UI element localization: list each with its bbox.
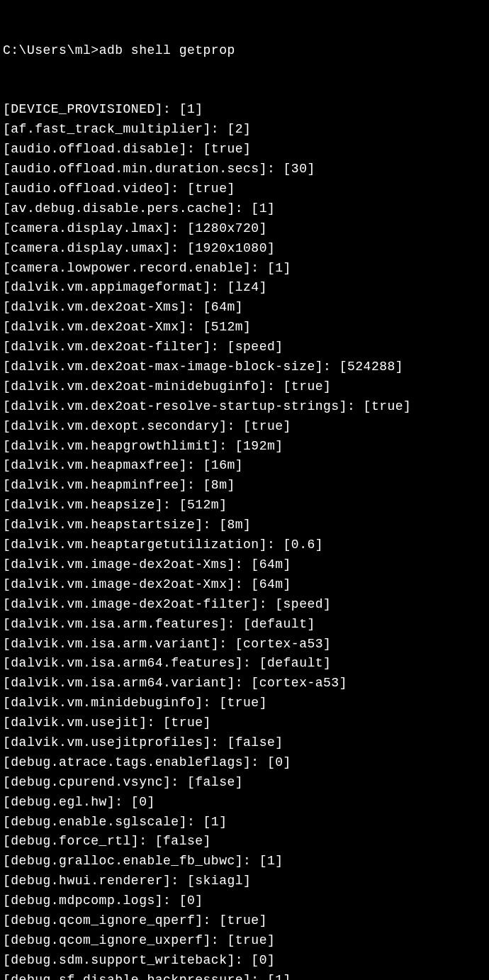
prop-line: [DEVICE_PROVISIONED]: [1] [3,100,486,120]
prop-line: [dalvik.vm.heapgrowthlimit]: [192m] [3,437,486,457]
prop-line: [debug.enable.sglscale]: [1] [3,813,486,833]
prop-line: [debug.mdpcomp.logs]: [0] [3,891,486,911]
prop-line: [dalvik.vm.usejit]: [true] [3,713,486,733]
prop-line: [debug.sf.disable_backpressure]: [1] [3,971,486,980]
command-line: C:\Users\ml>adb shell getprop [3,41,486,61]
prop-line: [dalvik.vm.image-dex2oat-filter]: [speed… [3,595,486,615]
prop-line: [camera.lowpower.record.enable]: [1] [3,259,486,279]
prop-line: [dalvik.vm.minidebuginfo]: [true] [3,694,486,713]
prop-line: [audio.offload.disable]: [true] [3,140,486,160]
prop-line: [dalvik.vm.heapsize]: [512m] [3,496,486,516]
prop-line: [dalvik.vm.image-dex2oat-Xms]: [64m] [3,555,486,575]
prop-line: [dalvik.vm.dexopt.secondary]: [true] [3,417,486,437]
prop-line: [av.debug.disable.pers.cache]: [1] [3,199,486,219]
terminal-output[interactable]: C:\Users\ml>adb shell getprop [DEVICE_PR… [0,0,489,980]
prop-line: [audio.offload.min.duration.secs]: [30] [3,160,486,179]
prop-line: [debug.force_rtl]: [false] [3,832,486,852]
prop-line: [dalvik.vm.isa.arm64.variant]: [cortex-a… [3,674,486,694]
prop-line: [camera.display.lmax]: [1280x720] [3,219,486,239]
prop-line: [af.fast_track_multiplier]: [2] [3,120,486,140]
prop-line: [dalvik.vm.dex2oat-resolve-startup-strin… [3,397,486,417]
prop-line: [dalvik.vm.dex2oat-filter]: [speed] [3,338,486,357]
prop-line: [dalvik.vm.heapstartsize]: [8m] [3,516,486,535]
prop-line: [debug.qcom_ignore_uxperf]: [true] [3,931,486,951]
prop-line: [debug.gralloc.enable_fb_ubwc]: [1] [3,852,486,872]
prop-line: [dalvik.vm.isa.arm.features]: [default] [3,615,486,635]
prompt-command: adb shell getprop [99,43,235,57]
prop-line: [dalvik.vm.dex2oat-Xmx]: [512m] [3,318,486,338]
prop-line: [audio.offload.video]: [true] [3,179,486,199]
prop-line: [debug.atrace.tags.enableflags]: [0] [3,753,486,773]
prop-line: [dalvik.vm.dex2oat-max-image-block-size]… [3,357,486,377]
prop-line: [camera.display.umax]: [1920x1080] [3,239,486,259]
prop-line: [dalvik.vm.usejitprofiles]: [false] [3,733,486,753]
prop-line: [dalvik.vm.appimageformat]: [lz4] [3,278,486,298]
prop-line: [dalvik.vm.image-dex2oat-Xmx]: [64m] [3,575,486,595]
prop-line: [dalvik.vm.isa.arm.variant]: [cortex-a53… [3,635,486,655]
prop-line: [debug.egl.hw]: [0] [3,793,486,813]
prop-line: [debug.sdm.support_writeback]: [0] [3,951,486,971]
prop-line: [debug.qcom_ignore_qperf]: [true] [3,911,486,931]
prop-line: [dalvik.vm.heapminfree]: [8m] [3,476,486,496]
props-list: [DEVICE_PROVISIONED]: [1][af.fast_track_… [3,100,486,980]
prop-line: [debug.hwui.renderer]: [skiagl] [3,872,486,891]
prop-line: [dalvik.vm.dex2oat-Xms]: [64m] [3,298,486,318]
prop-line: [dalvik.vm.dex2oat-minidebuginfo]: [true… [3,377,486,397]
prop-line: [dalvik.vm.isa.arm64.features]: [default… [3,654,486,674]
prop-line: [dalvik.vm.heaptargetutilization]: [0.6] [3,535,486,555]
prop-line: [debug.cpurend.vsync]: [false] [3,773,486,793]
prompt-cwd: C:\Users\ml> [3,43,99,57]
prop-line: [dalvik.vm.heapmaxfree]: [16m] [3,456,486,476]
